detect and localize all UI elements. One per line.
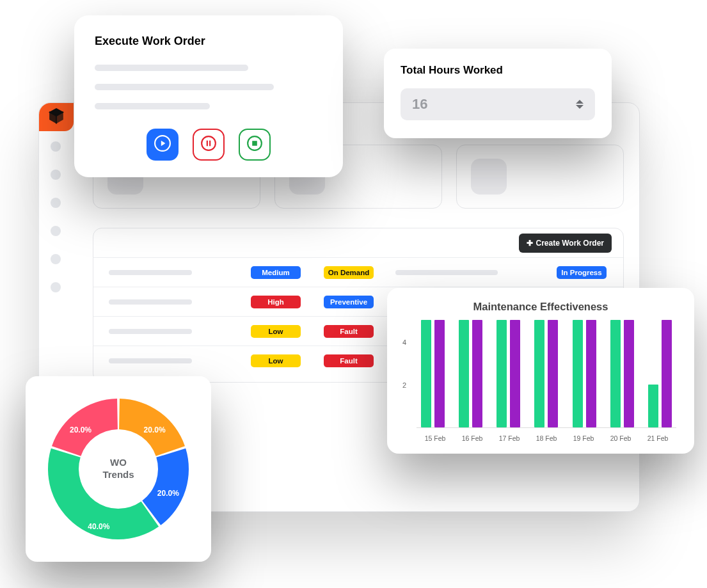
type-badge: Fault: [324, 325, 374, 338]
donut-segment-label: 40.0%: [88, 522, 109, 531]
text-placeholder: [95, 103, 210, 109]
y-axis-tick: 2: [402, 381, 406, 389]
bar: [496, 320, 507, 427]
bar-group: [606, 320, 639, 427]
x-axis-tick: 16 Feb: [454, 434, 491, 442]
svg-rect-5: [252, 141, 257, 146]
sidebar-item[interactable]: [51, 226, 61, 236]
bar-group: [454, 320, 487, 427]
bar: [548, 320, 558, 427]
donut-segment-label: 20.0%: [157, 489, 179, 498]
bar-group: [492, 320, 525, 427]
donut-segment-label: 20.0%: [144, 425, 166, 434]
sidebar-nav: [51, 141, 61, 292]
bar: [472, 320, 482, 427]
text-placeholder: [109, 270, 192, 275]
sidebar-item[interactable]: [51, 198, 61, 208]
bar: [434, 320, 445, 427]
type-badge: Fault: [324, 354, 374, 367]
wo-trends-center-label: WO Trends: [102, 457, 134, 481]
total-hours-card: Total Hours Worked 16: [384, 49, 612, 138]
text-placeholder: [109, 358, 192, 363]
total-hours-value: 16: [412, 96, 427, 113]
maintenance-effectiveness-chart: 24 15 Feb16 Feb17 Feb18 Feb19 Feb20 Feb2…: [402, 321, 679, 442]
priority-badge: Low: [251, 325, 301, 338]
maintenance-effectiveness-card: Maintenance Effectiveness 24 15 Feb16 Fe…: [387, 288, 694, 454]
stepper-arrows-icon: [576, 100, 584, 109]
text-placeholder: [95, 65, 248, 71]
x-axis-tick: 17 Feb: [491, 434, 528, 442]
app-logo: [39, 103, 74, 131]
svg-rect-3: [209, 141, 211, 147]
y-axis-tick: 4: [402, 338, 406, 346]
wo-trends-card: WO Trends 20.0% 20.0% 40.0% 20.0%: [26, 376, 211, 562]
sidebar-item[interactable]: [51, 282, 61, 292]
playback-controls: [95, 129, 322, 161]
metric-placeholder-icon: [471, 159, 507, 195]
svg-rect-2: [207, 141, 208, 147]
bar: [648, 385, 658, 427]
svg-point-1: [202, 136, 216, 150]
sidebar-item[interactable]: [51, 170, 61, 180]
bar-group: [568, 320, 601, 427]
type-badge: On Demand: [324, 266, 374, 279]
bar-group: [530, 320, 562, 427]
execute-card-title: Execute Work Order: [95, 35, 322, 48]
donut-segment-label: 20.0%: [70, 425, 91, 434]
bar: [586, 320, 596, 427]
text-placeholder: [395, 270, 498, 275]
metric-card: [456, 145, 624, 209]
stop-icon: [246, 135, 263, 154]
text-placeholder: [109, 299, 192, 305]
priority-badge: Low: [251, 354, 301, 367]
priority-badge: Medium: [251, 266, 301, 279]
bar: [662, 320, 672, 427]
text-placeholder: [109, 329, 192, 334]
wo-trends-donut: WO Trends 20.0% 20.0% 40.0% 20.0%: [43, 393, 194, 544]
priority-badge: High: [251, 296, 301, 308]
bar: [624, 320, 634, 427]
maintenance-effectiveness-title: Maintenance Effectiveness: [402, 301, 679, 313]
plus-icon: ✚: [527, 239, 533, 248]
type-badge: Preventive: [324, 296, 374, 308]
bar: [534, 320, 544, 427]
bar: [573, 320, 583, 427]
bar-group: [644, 320, 676, 427]
create-work-order-label: Create Work Order: [536, 239, 604, 248]
bar-group: [417, 320, 449, 427]
x-axis-tick: 18 Feb: [528, 434, 565, 442]
pause-button[interactable]: [193, 129, 225, 161]
bar: [459, 320, 469, 427]
stop-button[interactable]: [239, 129, 271, 161]
bar: [610, 320, 621, 427]
create-work-order-button[interactable]: ✚ Create Work Order: [519, 234, 612, 253]
execute-work-order-card: Execute Work Order: [74, 15, 343, 177]
bar: [421, 320, 431, 427]
table-toolbar: ✚ Create Work Order: [93, 228, 623, 258]
sidebar-item[interactable]: [51, 254, 61, 264]
x-axis-tick: 19 Feb: [565, 434, 602, 442]
x-axis-tick: 15 Feb: [417, 434, 454, 442]
total-hours-title: Total Hours Worked: [401, 64, 595, 77]
total-hours-stepper[interactable]: 16: [401, 88, 595, 120]
sidebar-item[interactable]: [51, 141, 61, 152]
play-button[interactable]: [147, 129, 179, 161]
table-row[interactable]: MediumOn DemandIn Progress: [93, 258, 623, 287]
play-icon: [154, 135, 171, 154]
x-axis-tick: 21 Feb: [639, 434, 676, 442]
cube-icon: [48, 107, 65, 127]
status-badge: In Progress: [557, 266, 607, 279]
pause-icon: [200, 135, 217, 154]
x-axis-tick: 20 Feb: [602, 434, 639, 442]
bar: [510, 320, 520, 427]
text-placeholder: [95, 84, 274, 90]
